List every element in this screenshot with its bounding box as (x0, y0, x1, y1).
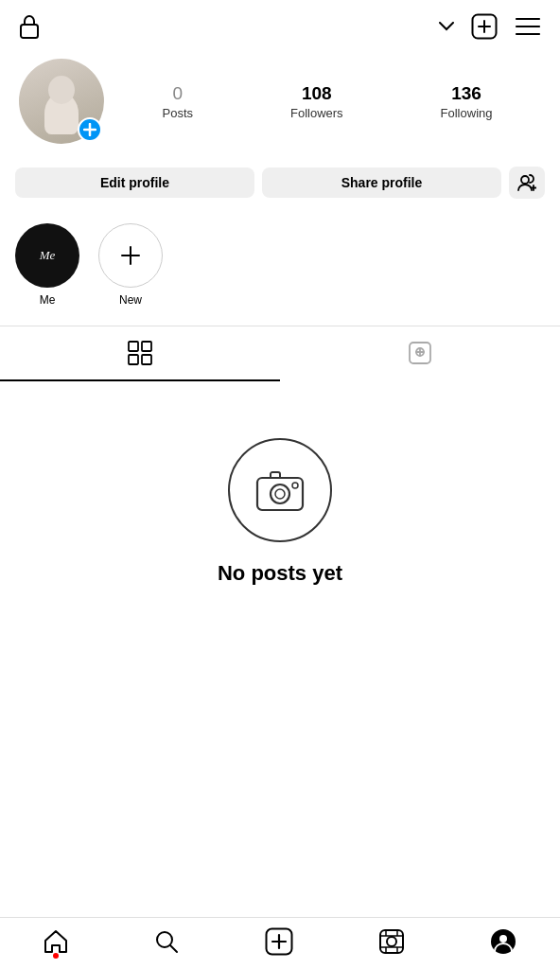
nav-reels[interactable] (378, 928, 405, 955)
story-circle-new (98, 223, 163, 288)
svg-rect-0 (21, 25, 38, 38)
add-person-button[interactable] (509, 167, 545, 199)
chevron-down-icon[interactable] (439, 18, 454, 35)
nav-add[interactable] (265, 927, 293, 956)
edit-profile-button[interactable]: Edit profile (15, 167, 254, 198)
story-new[interactable]: New (98, 223, 163, 307)
share-profile-button[interactable]: Share profile (262, 167, 501, 198)
nav-search[interactable] (153, 928, 180, 955)
tab-tagged[interactable] (280, 326, 560, 381)
lock-icon[interactable] (19, 14, 40, 39)
profile-actions: Edit profile Share profile (0, 163, 560, 214)
home-notification-dot (53, 953, 59, 959)
add-square-icon[interactable] (471, 13, 498, 40)
story-new-label: New (119, 293, 142, 307)
svg-rect-15 (380, 930, 403, 953)
svg-point-11 (275, 489, 285, 499)
story-me[interactable]: Me Me (15, 223, 79, 307)
svg-point-12 (292, 483, 298, 488)
stories-row: Me Me New (0, 214, 560, 322)
avatar-wrap (19, 59, 104, 144)
svg-rect-6 (142, 355, 151, 364)
profile-section: 0 Posts 108 Followers 136 Following (0, 49, 560, 163)
bottom-navigation (0, 917, 560, 969)
camera-circle (228, 438, 332, 542)
story-me-text: Me (40, 248, 56, 263)
svg-point-2 (521, 176, 529, 184)
content-tabs (0, 326, 560, 381)
empty-state: No posts yet (0, 381, 560, 624)
svg-rect-3 (129, 342, 138, 351)
story-me-label: Me (40, 293, 56, 307)
top-navigation (0, 0, 560, 49)
posts-label: Posts (162, 106, 193, 120)
followers-label: Followers (290, 106, 343, 120)
following-label: Following (441, 106, 493, 120)
nav-profile[interactable] (489, 927, 517, 956)
tab-grid[interactable] (0, 326, 280, 381)
posts-count: 0 (172, 83, 183, 104)
no-posts-text: No posts yet (218, 561, 342, 586)
followers-count: 108 (302, 83, 332, 104)
story-circle-me: Me (15, 223, 79, 288)
followers-stat[interactable]: 108 Followers (290, 83, 343, 120)
following-stat[interactable]: 136 Following (441, 83, 493, 120)
nav-home[interactable] (43, 928, 69, 955)
svg-point-10 (271, 484, 289, 503)
main-content: 0 Posts 108 Followers 136 Following Edit… (0, 49, 560, 699)
svg-point-18 (499, 935, 507, 943)
following-count: 136 (451, 83, 481, 104)
svg-rect-4 (142, 342, 151, 351)
menu-icon[interactable] (515, 17, 541, 36)
svg-point-16 (387, 937, 396, 946)
posts-stat[interactable]: 0 Posts (162, 83, 193, 120)
stats-row: 0 Posts 108 Followers 136 Following (114, 83, 541, 120)
svg-rect-5 (129, 355, 138, 364)
add-story-button[interactable] (78, 117, 102, 142)
